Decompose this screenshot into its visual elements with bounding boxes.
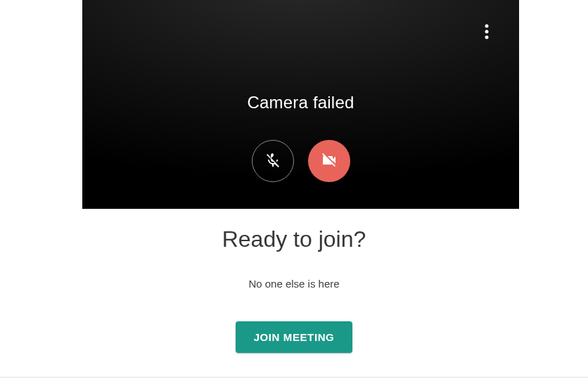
camera-preview: Camera failed xyxy=(82,0,519,209)
join-section: Ready to join? No one else is here JOIN … xyxy=(0,209,588,353)
meeting-join-page: Camera failed Ready to join? No one e xyxy=(0,0,588,386)
svg-point-1 xyxy=(485,30,489,33)
toggle-camera-button[interactable] xyxy=(308,140,350,182)
presence-text: No one else is here xyxy=(0,278,588,290)
more-options-button[interactable] xyxy=(470,15,504,49)
media-controls xyxy=(82,140,519,182)
svg-point-2 xyxy=(485,35,489,39)
mic-off-icon xyxy=(264,152,281,171)
footer-divider xyxy=(0,377,588,378)
videocam-off-icon xyxy=(321,152,338,171)
svg-point-0 xyxy=(485,24,489,27)
ready-heading: Ready to join? xyxy=(0,226,588,252)
camera-status-text: Camera failed xyxy=(82,93,519,112)
join-meeting-button[interactable]: JOIN MEETING xyxy=(236,321,353,353)
more-vert-icon xyxy=(485,23,489,42)
toggle-mic-button[interactable] xyxy=(252,140,294,182)
